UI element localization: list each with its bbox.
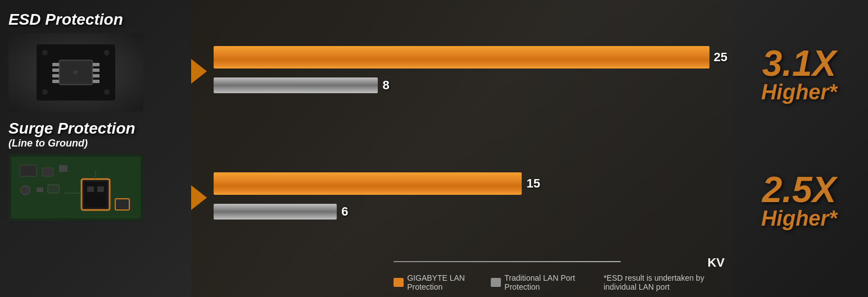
surge-orange-bar-row: 15 bbox=[214, 172, 727, 195]
svg-rect-8 bbox=[52, 68, 59, 72]
legend-note: *ESD result is undertaken by individual … bbox=[604, 273, 733, 291]
surge-bars: 15 6 bbox=[214, 172, 733, 223]
lan-image bbox=[8, 154, 143, 221]
legend: GIGABYTE LAN Protection Traditional LAN … bbox=[394, 273, 733, 291]
esd-title: ESD Protection bbox=[8, 11, 123, 29]
esd-orange-bar-row: 25 bbox=[214, 45, 727, 69]
legend-item-orange: GIGABYTE LAN Protection bbox=[394, 273, 480, 291]
svg-point-4 bbox=[104, 89, 110, 95]
svg-rect-7 bbox=[52, 63, 59, 66]
esd-gray-bar bbox=[214, 77, 378, 93]
svg-rect-12 bbox=[93, 68, 100, 72]
esd-section: ESD Protection bbox=[8, 11, 180, 112]
svg-rect-24 bbox=[97, 186, 104, 192]
surge-gray-value: 6 bbox=[341, 204, 348, 219]
svg-rect-10 bbox=[52, 80, 59, 83]
surge-orange-value: 15 bbox=[526, 176, 540, 191]
multiplier-esd-label: Higher* bbox=[739, 81, 860, 103]
esd-orange-bar bbox=[214, 46, 709, 68]
surge-orange-bar bbox=[214, 172, 522, 195]
chart-wrapper: 25 8 bbox=[191, 0, 733, 297]
svg-point-26 bbox=[21, 186, 30, 195]
esd-pair-container: 25 8 bbox=[191, 8, 733, 135]
svg-rect-23 bbox=[87, 186, 94, 192]
multiplier-surge-label: Higher* bbox=[739, 208, 860, 229]
surge-arrow-spacer bbox=[191, 185, 214, 210]
esd-gray-value: 8 bbox=[382, 78, 389, 93]
esd-orange-value: 25 bbox=[714, 50, 727, 65]
svg-rect-13 bbox=[93, 74, 100, 77]
legend-text-orange: GIGABYTE LAN Protection bbox=[407, 273, 480, 291]
svg-rect-25 bbox=[115, 199, 129, 210]
surge-title: Surge Protection bbox=[8, 120, 135, 138]
legend-swatch-orange bbox=[394, 278, 404, 287]
svg-rect-11 bbox=[93, 63, 100, 66]
svg-rect-27 bbox=[37, 188, 43, 192]
esd-bars: 25 8 bbox=[214, 45, 733, 97]
svg-rect-22 bbox=[84, 182, 107, 207]
svg-rect-18 bbox=[20, 165, 37, 176]
right-panel: 3.1X Higher* 2.5X Higher* bbox=[733, 0, 868, 297]
lan-board-svg bbox=[8, 154, 143, 221]
surge-subtitle: (Line to Ground) bbox=[8, 138, 88, 149]
legend-text-gray: Traditional LAN Port Protection bbox=[504, 273, 586, 291]
svg-point-2 bbox=[104, 50, 110, 56]
svg-text:IC: IC bbox=[74, 70, 78, 75]
esd-arrow-spacer bbox=[191, 59, 214, 84]
surge-pair-container: 15 6 bbox=[191, 135, 733, 261]
surge-gray-bar bbox=[214, 204, 337, 220]
multiplier-esd-value: 3.1X bbox=[739, 45, 860, 81]
multiplier-block-esd: 3.1X Higher* bbox=[739, 45, 860, 103]
svg-rect-28 bbox=[48, 185, 59, 193]
esd-gray-bar-row: 8 bbox=[214, 74, 727, 97]
svg-rect-20 bbox=[59, 165, 67, 172]
main-container: ESD Protection bbox=[0, 0, 868, 297]
esd-arrow bbox=[191, 59, 207, 84]
bars-area: 25 8 bbox=[191, 8, 733, 261]
left-panel: ESD Protection bbox=[0, 0, 191, 297]
svg-rect-19 bbox=[42, 168, 53, 176]
ic-chip-svg: IC bbox=[37, 44, 115, 100]
svg-point-1 bbox=[42, 50, 48, 56]
surge-gray-bar-row: 6 bbox=[214, 200, 727, 223]
svg-rect-9 bbox=[52, 74, 59, 77]
svg-rect-14 bbox=[93, 80, 100, 83]
multiplier-surge-value: 2.5X bbox=[739, 172, 860, 208]
legend-item-gray: Traditional LAN Port Protection bbox=[491, 273, 587, 291]
svg-point-3 bbox=[42, 89, 48, 95]
axis-line bbox=[394, 261, 621, 262]
surge-section: Surge Protection (Line to Ground) bbox=[8, 120, 180, 221]
surge-arrow bbox=[191, 185, 207, 210]
legend-swatch-gray bbox=[491, 278, 501, 287]
multiplier-block-surge: 2.5X Higher* bbox=[739, 172, 860, 229]
kv-label: KV bbox=[707, 255, 725, 270]
chip-image: IC bbox=[8, 33, 143, 112]
